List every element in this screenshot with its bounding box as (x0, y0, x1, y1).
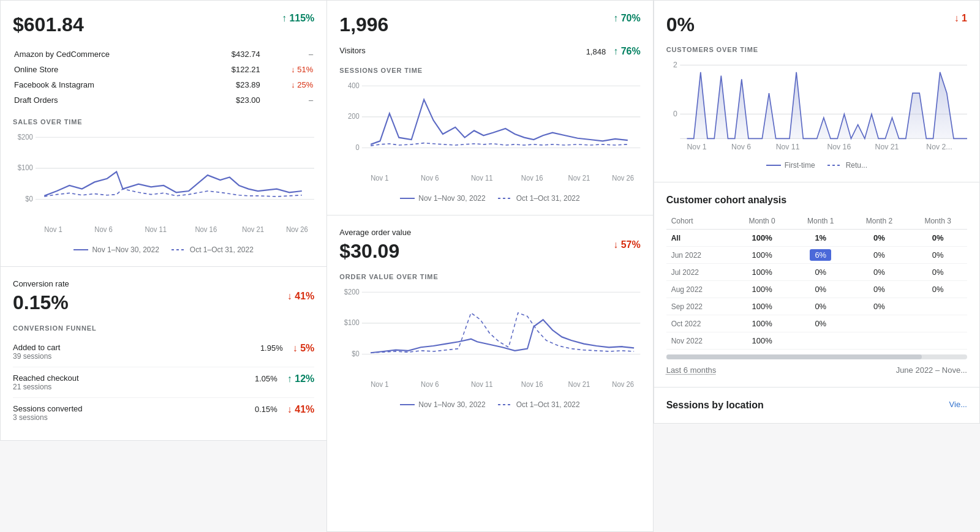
visitors-right: 1,848 ↑ 76% (586, 46, 641, 57)
legend-solid-icon (74, 249, 88, 250)
conversion-panel: Conversion rate 0.15% ↓ 41% CONVERSION F… (0, 267, 326, 440)
cohort-nov-m2 (850, 332, 909, 350)
svg-text:0: 0 (673, 110, 677, 118)
cohort-jul-m1: 0% (791, 264, 850, 281)
sales-chart-svg: $200 $100 $0 Nov 1 Nov 6 Nov 11 Nov 16 N… (13, 130, 314, 241)
cohort-scrollbar[interactable] (666, 354, 967, 359)
cohort-sep-m3 (908, 298, 967, 315)
right-column: 0% ↓ 1 CUSTOMERS OVER TIME 2 0 (654, 0, 980, 532)
svg-text:200: 200 (348, 112, 360, 121)
cohort-oct-row: Oct 2022 100% 0% (666, 315, 967, 332)
legend-solid-icon (766, 165, 781, 166)
cohort-all-m0: 100% (733, 230, 791, 247)
avg-order-change: ↓ 57% (613, 239, 640, 250)
table-row: Draft Orders $23.00 – (14, 93, 313, 107)
cohort-table: Cohort Month 0 Month 1 Month 2 Month 3 A… (666, 213, 967, 350)
channel-label: Draft Orders (14, 93, 195, 107)
sessions-legend-current-label: Nov 1–Nov 30, 2022 (418, 194, 485, 203)
cohort-sep-m1: 0% (791, 298, 850, 315)
sessions-chart-svg: 400 200 0 Nov 1 Nov 6 Nov 11 Nov 16 Nov … (339, 79, 640, 189)
sessions-location-panel: Sessions by location Vie... (654, 388, 980, 424)
legend-current-label: Nov 1–Nov 30, 2022 (92, 245, 159, 254)
sessions-change: ↑ 70% (613, 13, 640, 24)
cohort-all-row: All 100% 1% 0% 0% (666, 230, 967, 247)
order-chart: $200 $100 $0 Nov 1 Nov 6 Nov 11 Nov 16 N… (339, 285, 640, 395)
svg-text:Nov 21: Nov 21 (242, 225, 264, 234)
sessions-location-link[interactable]: Vie... (949, 400, 967, 411)
sales-panel: $601.84 ↑ 115% Amazon by CedCommerce $43… (0, 0, 326, 267)
cohort-title: Customer cohort analysis (666, 195, 967, 206)
svg-text:Nov 6: Nov 6 (421, 174, 439, 183)
cohort-all-m1: 1% (791, 230, 850, 247)
svg-text:Nov 21: Nov 21 (568, 174, 590, 183)
customers-chart: 2 0 Nov 1 Nov 6 Nov 11 Nov (666, 58, 967, 156)
conversion-rate-label: Conversion rate (13, 279, 314, 288)
svg-text:Nov 11: Nov 11 (471, 380, 493, 389)
funnel-row-checkout: Reached checkout 21 sessions 1.05% ↑ 12% (13, 367, 314, 398)
cohort-header-row: Cohort Month 0 Month 1 Month 2 Month 3 (666, 213, 967, 230)
svg-text:Nov 21: Nov 21 (568, 380, 590, 389)
svg-text:Nov 1: Nov 1 (687, 143, 706, 151)
svg-text:$0: $0 (352, 349, 360, 358)
visitors-change: ↑ 76% (613, 46, 640, 57)
cohort-nov-label: Nov 2022 (666, 332, 733, 350)
order-legend-current: Nov 1–Nov 30, 2022 (400, 400, 485, 409)
visitors-value: 1,848 (586, 47, 606, 56)
legend-solid-icon (400, 198, 415, 199)
avg-order-label: Average order value (339, 228, 640, 237)
svg-text:Nov 16: Nov 16 (195, 225, 217, 234)
avg-order-panel: Average order value $30.09 ↓ 57% ORDER V… (326, 215, 653, 532)
funnel-label-cart: Added to cart 39 sessions (13, 343, 60, 361)
cohort-aug-m1: 0% (791, 281, 850, 298)
svg-text:Nov 26: Nov 26 (612, 380, 635, 389)
cohort-jun-m2: 0% (850, 247, 909, 264)
svg-text:Nov 11: Nov 11 (471, 174, 493, 183)
sessions-chart-legend: Nov 1–Nov 30, 2022 Oct 1–Oct 31, 2022 (339, 194, 640, 203)
sessions-total: 1,996 (339, 13, 388, 36)
conversion-value: 0.15% (13, 291, 69, 314)
customers-total: 0% (666, 13, 695, 36)
middle-column: 1,996 ↑ 70% Visitors 1,848 ↑ 76% SESSION… (326, 0, 653, 532)
legend-prev-label: Oct 1–Oct 31, 2022 (190, 245, 254, 254)
funnel-right-checkout: 1.05% ↑ 12% (255, 373, 314, 384)
funnel-title: CONVERSION FUNNEL (13, 324, 314, 332)
channel-change: – (271, 93, 314, 107)
cohort-jun-m1: 6% (791, 247, 850, 264)
cohort-scrollbar-thumb (666, 354, 922, 359)
customers-panel: 0% ↓ 1 CUSTOMERS OVER TIME 2 0 (654, 0, 980, 182)
svg-text:Nov 6: Nov 6 (421, 380, 439, 389)
svg-text:Nov 21: Nov 21 (875, 143, 899, 151)
month0-col-header: Month 0 (733, 213, 791, 230)
sessions-legend-prev-label: Oct 1–Oct 31, 2022 (516, 194, 580, 203)
channel-label: Amazon by CedCommerce (14, 47, 195, 61)
table-row: Amazon by CedCommerce $432.74 – (14, 47, 313, 61)
svg-text:$0: $0 (25, 195, 33, 204)
customers-legend-first: First-time (766, 161, 815, 170)
cohort-footer-right: June 2022 – Nove... (896, 365, 967, 375)
cohort-sep-row: Sep 2022 100% 0% 0% (666, 298, 967, 315)
month3-col-header: Month 3 (908, 213, 967, 230)
channel-change: ↓ 25% (271, 78, 314, 92)
customers-change: ↓ 1 (954, 13, 967, 24)
funnel-right-converted: 0.15% ↓ 41% (255, 404, 314, 415)
svg-text:Nov 16: Nov 16 (521, 174, 543, 183)
customers-chart-svg: 2 0 Nov 1 Nov 6 Nov 11 Nov (666, 58, 967, 156)
cohort-aug-m0: 100% (733, 281, 791, 298)
svg-text:Nov 2...: Nov 2... (926, 143, 952, 151)
customers-chart-title: CUSTOMERS OVER TIME (666, 46, 967, 53)
legend-item-current: Nov 1–Nov 30, 2022 (74, 245, 159, 254)
svg-text:Nov 1: Nov 1 (44, 225, 62, 234)
channel-change: – (271, 47, 314, 61)
cohort-footer-left[interactable]: Last 6 months (666, 365, 717, 375)
sessions-location-header: Sessions by location Vie... (666, 400, 967, 411)
sessions-chart-title: SESSIONS OVER TIME (339, 67, 640, 74)
cohort-jul-m2: 0% (850, 264, 909, 281)
customers-legend-return: Retu... (827, 161, 867, 170)
funnel-row-cart: Added to cart 39 sessions 1.95% ↓ 5% (13, 337, 314, 367)
channel-value: $23.00 (197, 93, 270, 107)
svg-text:2: 2 (673, 61, 677, 69)
svg-text:Nov 26: Nov 26 (612, 174, 635, 183)
cohort-all-m3: 0% (908, 230, 967, 247)
sales-chart: $200 $100 $0 Nov 1 Nov 6 Nov 11 Nov 16 N… (13, 130, 314, 241)
cohort-jun-label: Jun 2022 (666, 247, 733, 264)
